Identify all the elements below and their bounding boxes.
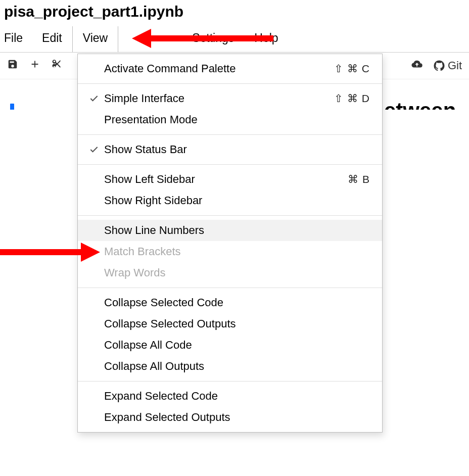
- save-icon[interactable]: [7, 59, 18, 73]
- menu-item-label: Simple Interface: [104, 92, 334, 105]
- view-menu-dropdown: Activate Command Palette ⇧ ⌘ C Simple In…: [77, 54, 383, 110]
- menu-settings[interactable]: Settings: [182, 26, 244, 52]
- menubar: File Edit View Settings Help: [0, 26, 469, 53]
- check-icon: [89, 93, 104, 104]
- menu-view[interactable]: View: [72, 26, 118, 52]
- cell-selection-bar: [10, 104, 14, 110]
- menu-help[interactable]: Help: [244, 26, 288, 52]
- menu-item-presentation-mode[interactable]: Presentation Mode: [78, 109, 382, 110]
- git-button[interactable]: Git: [434, 59, 462, 72]
- notebook-title: pisa_project_part1.ipynb: [0, 0, 469, 26]
- menu-item-simple-interface[interactable]: Simple Interface ⇧ ⌘ D: [78, 88, 382, 109]
- menu-edit[interactable]: Edit: [32, 26, 72, 52]
- heading-fragment: etween in PISA: [384, 98, 458, 110]
- menu-item-label: Activate Command Palette: [104, 62, 334, 75]
- menu-item-shortcut: ⇧ ⌘ D: [334, 92, 370, 105]
- git-label: Git: [448, 59, 462, 72]
- cloud-upload-icon[interactable]: [411, 59, 423, 73]
- menu-item-activate-command-palette[interactable]: Activate Command Palette ⇧ ⌘ C: [78, 58, 382, 79]
- cut-icon[interactable]: [52, 59, 63, 73]
- add-cell-icon[interactable]: [29, 59, 40, 73]
- menu-item-shortcut: ⇧ ⌘ C: [334, 63, 370, 75]
- menu-file[interactable]: File: [0, 26, 32, 52]
